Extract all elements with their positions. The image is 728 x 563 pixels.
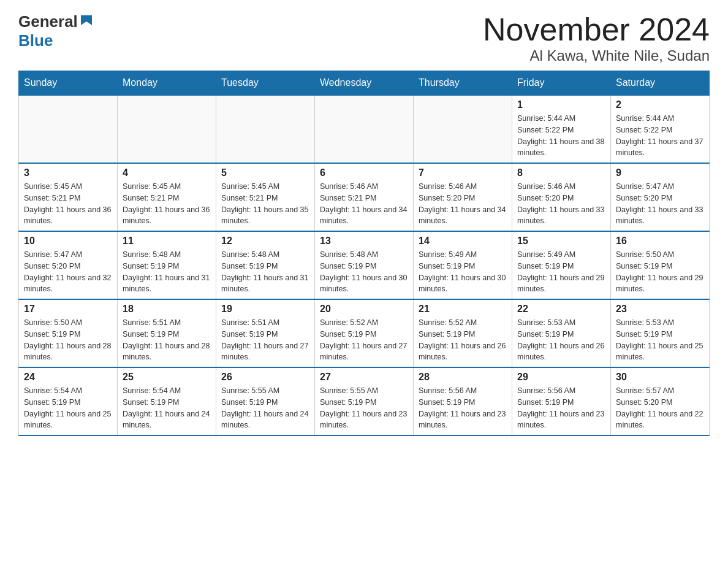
day-info: Sunrise: 5:50 AMSunset: 5:19 PMDaylight:… [24, 317, 112, 363]
calendar-title: November 2024 [483, 12, 710, 47]
weekday-header-monday: Monday [118, 71, 216, 96]
day-info: Sunrise: 5:44 AMSunset: 5:22 PMDaylight:… [616, 113, 704, 159]
day-info: Sunrise: 5:46 AMSunset: 5:21 PMDaylight:… [320, 181, 408, 227]
calendar-cell: 15Sunrise: 5:49 AMSunset: 5:19 PMDayligh… [512, 231, 611, 299]
day-number: 4 [123, 167, 211, 178]
day-number: 13 [320, 236, 408, 247]
day-info: Sunrise: 5:56 AMSunset: 5:19 PMDaylight:… [419, 385, 507, 431]
weekday-header-wednesday: Wednesday [315, 71, 414, 96]
day-number: 29 [517, 372, 605, 383]
day-number: 22 [517, 304, 605, 315]
calendar-cell: 18Sunrise: 5:51 AMSunset: 5:19 PMDayligh… [118, 299, 216, 367]
day-info: Sunrise: 5:45 AMSunset: 5:21 PMDaylight:… [221, 181, 309, 227]
day-info: Sunrise: 5:46 AMSunset: 5:20 PMDaylight:… [419, 181, 507, 227]
day-number: 5 [221, 167, 309, 178]
calendar-cell: 2Sunrise: 5:44 AMSunset: 5:22 PMDaylight… [611, 95, 710, 163]
day-info: Sunrise: 5:49 AMSunset: 5:19 PMDaylight:… [517, 249, 605, 295]
calendar-cell: 1Sunrise: 5:44 AMSunset: 5:22 PMDaylight… [512, 95, 611, 163]
calendar-cell [216, 95, 315, 163]
calendar-week-row: 3Sunrise: 5:45 AMSunset: 5:21 PMDaylight… [19, 163, 710, 231]
calendar-subtitle: Al Kawa, White Nile, Sudan [483, 47, 710, 64]
calendar-cell: 22Sunrise: 5:53 AMSunset: 5:19 PMDayligh… [512, 299, 611, 367]
day-info: Sunrise: 5:48 AMSunset: 5:19 PMDaylight:… [320, 249, 408, 295]
day-number: 26 [221, 372, 309, 383]
day-number: 21 [419, 304, 507, 315]
day-info: Sunrise: 5:55 AMSunset: 5:19 PMDaylight:… [320, 385, 408, 431]
logo: General Blue [18, 12, 93, 50]
day-info: Sunrise: 5:55 AMSunset: 5:19 PMDaylight:… [221, 385, 309, 431]
day-info: Sunrise: 5:52 AMSunset: 5:19 PMDaylight:… [320, 317, 408, 363]
day-info: Sunrise: 5:46 AMSunset: 5:20 PMDaylight:… [517, 181, 605, 227]
day-info: Sunrise: 5:44 AMSunset: 5:22 PMDaylight:… [517, 113, 605, 159]
calendar-cell: 10Sunrise: 5:47 AMSunset: 5:20 PMDayligh… [19, 231, 118, 299]
logo-flag-icon [80, 14, 93, 28]
day-info: Sunrise: 5:51 AMSunset: 5:19 PMDaylight:… [123, 317, 211, 363]
calendar-cell: 6Sunrise: 5:46 AMSunset: 5:21 PMDaylight… [315, 163, 414, 231]
day-number: 3 [24, 167, 112, 178]
calendar-cell: 25Sunrise: 5:54 AMSunset: 5:19 PMDayligh… [118, 367, 216, 435]
calendar-week-row: 17Sunrise: 5:50 AMSunset: 5:19 PMDayligh… [19, 299, 710, 367]
day-info: Sunrise: 5:45 AMSunset: 5:21 PMDaylight:… [24, 181, 112, 227]
day-number: 30 [616, 372, 704, 383]
calendar-cell: 3Sunrise: 5:45 AMSunset: 5:21 PMDaylight… [19, 163, 118, 231]
day-number: 15 [517, 236, 605, 247]
day-info: Sunrise: 5:53 AMSunset: 5:19 PMDaylight:… [517, 317, 605, 363]
day-info: Sunrise: 5:48 AMSunset: 5:19 PMDaylight:… [123, 249, 211, 295]
calendar-cell: 11Sunrise: 5:48 AMSunset: 5:19 PMDayligh… [118, 231, 216, 299]
calendar-cell [118, 95, 216, 163]
day-number: 20 [320, 304, 408, 315]
calendar-cell: 21Sunrise: 5:52 AMSunset: 5:19 PMDayligh… [414, 299, 512, 367]
day-number: 17 [24, 304, 112, 315]
day-info: Sunrise: 5:45 AMSunset: 5:21 PMDaylight:… [123, 181, 211, 227]
calendar-cell: 7Sunrise: 5:46 AMSunset: 5:20 PMDaylight… [414, 163, 512, 231]
day-number: 23 [616, 304, 704, 315]
day-info: Sunrise: 5:50 AMSunset: 5:19 PMDaylight:… [616, 249, 704, 295]
day-number: 28 [419, 372, 507, 383]
day-number: 8 [517, 167, 605, 178]
calendar-cell: 14Sunrise: 5:49 AMSunset: 5:19 PMDayligh… [414, 231, 512, 299]
calendar-cell: 19Sunrise: 5:51 AMSunset: 5:19 PMDayligh… [216, 299, 315, 367]
svg-marker-0 [81, 15, 92, 25]
day-number: 11 [123, 236, 211, 247]
day-number: 6 [320, 167, 408, 178]
day-number: 16 [616, 236, 704, 247]
calendar-cell [414, 95, 512, 163]
day-number: 10 [24, 236, 112, 247]
day-info: Sunrise: 5:49 AMSunset: 5:19 PMDaylight:… [419, 249, 507, 295]
logo-blue-text: Blue [18, 31, 53, 50]
calendar-cell: 23Sunrise: 5:53 AMSunset: 5:19 PMDayligh… [611, 299, 710, 367]
page-header: General Blue November 2024 Al Kawa, Whit… [18, 12, 710, 64]
day-info: Sunrise: 5:57 AMSunset: 5:20 PMDaylight:… [616, 385, 704, 431]
day-info: Sunrise: 5:52 AMSunset: 5:19 PMDaylight:… [419, 317, 507, 363]
day-info: Sunrise: 5:51 AMSunset: 5:19 PMDaylight:… [221, 317, 309, 363]
day-number: 19 [221, 304, 309, 315]
calendar-cell: 13Sunrise: 5:48 AMSunset: 5:19 PMDayligh… [315, 231, 414, 299]
calendar-cell: 5Sunrise: 5:45 AMSunset: 5:21 PMDaylight… [216, 163, 315, 231]
calendar-cell: 28Sunrise: 5:56 AMSunset: 5:19 PMDayligh… [414, 367, 512, 435]
calendar-cell: 16Sunrise: 5:50 AMSunset: 5:19 PMDayligh… [611, 231, 710, 299]
calendar-cell: 20Sunrise: 5:52 AMSunset: 5:19 PMDayligh… [315, 299, 414, 367]
calendar-week-row: 1Sunrise: 5:44 AMSunset: 5:22 PMDaylight… [19, 95, 710, 163]
calendar-cell: 27Sunrise: 5:55 AMSunset: 5:19 PMDayligh… [315, 367, 414, 435]
day-info: Sunrise: 5:47 AMSunset: 5:20 PMDaylight:… [616, 181, 704, 227]
day-info: Sunrise: 5:56 AMSunset: 5:19 PMDaylight:… [517, 385, 605, 431]
day-info: Sunrise: 5:54 AMSunset: 5:19 PMDaylight:… [24, 385, 112, 431]
calendar-cell [19, 95, 118, 163]
day-number: 7 [419, 167, 507, 178]
day-number: 25 [123, 372, 211, 383]
day-number: 14 [419, 236, 507, 247]
title-block: November 2024 Al Kawa, White Nile, Sudan [483, 12, 710, 64]
day-number: 24 [24, 372, 112, 383]
calendar-cell: 24Sunrise: 5:54 AMSunset: 5:19 PMDayligh… [19, 367, 118, 435]
weekday-header-row: SundayMondayTuesdayWednesdayThursdayFrid… [19, 71, 710, 96]
weekday-header-thursday: Thursday [414, 71, 512, 96]
day-number: 18 [123, 304, 211, 315]
day-info: Sunrise: 5:48 AMSunset: 5:19 PMDaylight:… [221, 249, 309, 295]
calendar-cell: 9Sunrise: 5:47 AMSunset: 5:20 PMDaylight… [611, 163, 710, 231]
calendar-cell: 17Sunrise: 5:50 AMSunset: 5:19 PMDayligh… [19, 299, 118, 367]
calendar-week-row: 10Sunrise: 5:47 AMSunset: 5:20 PMDayligh… [19, 231, 710, 299]
calendar-table: SundayMondayTuesdayWednesdayThursdayFrid… [18, 71, 710, 436]
logo-general-text: General [18, 12, 78, 31]
day-number: 1 [517, 99, 605, 110]
weekday-header-tuesday: Tuesday [216, 71, 315, 96]
